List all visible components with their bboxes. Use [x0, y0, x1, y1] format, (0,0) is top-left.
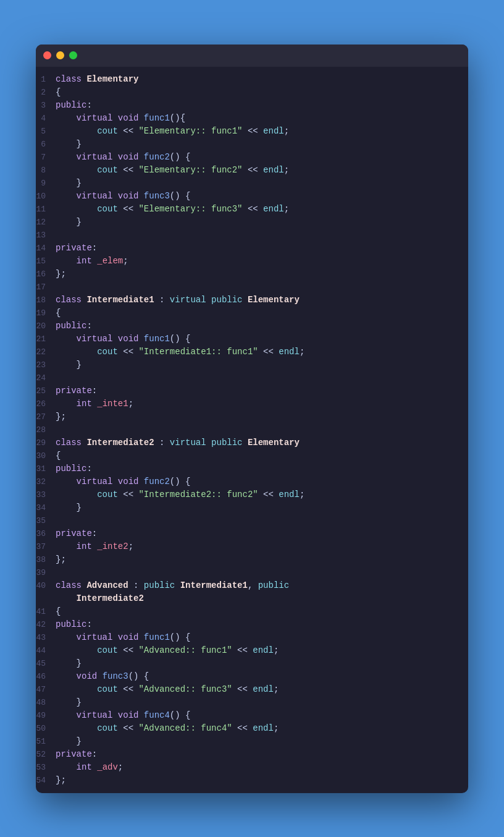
code-line: 8 cout << "Elementary:: func2" << endl;: [36, 164, 468, 177]
code-line: 18class Intermediate1 : virtual public E…: [36, 294, 468, 307]
titlebar: [36, 45, 468, 67]
code-line: 47 cout << "Advanced:: func3" << endl;: [36, 683, 468, 696]
code-line: 6 }: [36, 138, 468, 151]
code-line: 11 cout << "Elementary:: func3" << endl;: [36, 203, 468, 216]
code-line: 2{: [36, 86, 468, 99]
maximize-button[interactable]: [69, 51, 77, 59]
code-line: 27};: [36, 410, 468, 423]
code-line: 14private:: [36, 242, 468, 255]
minimize-button[interactable]: [56, 51, 64, 59]
code-line: 39: [36, 566, 468, 579]
code-line: 7 virtual void func2() {: [36, 151, 468, 164]
code-line: 38};: [36, 553, 468, 566]
code-line: 30{: [36, 449, 468, 462]
code-line: 37 int _inte2;: [36, 540, 468, 553]
code-line: 41{: [36, 605, 468, 618]
code-editor: 1class Elementary 2{ 3public: 4 virtual …: [36, 67, 468, 793]
close-button[interactable]: [43, 51, 51, 59]
code-line: 1class Elementary: [36, 73, 468, 86]
code-line: 10 virtual void func3() {: [36, 190, 468, 203]
code-line: 45 }: [36, 657, 468, 670]
code-line: 5 cout << "Elementary:: func1" << endl;: [36, 125, 468, 138]
code-line-continuation: Intermediate2: [36, 592, 468, 605]
code-line: 32 virtual void func2() {: [36, 475, 468, 488]
code-line: 20public:: [36, 320, 468, 333]
code-line: 48 }: [36, 696, 468, 709]
code-line: 4 virtual void func1(){: [36, 112, 468, 125]
code-line: 31public:: [36, 462, 468, 475]
code-line: 52private:: [36, 748, 468, 761]
code-line: 13: [36, 229, 468, 242]
code-line: 15 int _elem;: [36, 255, 468, 268]
code-line: 16};: [36, 268, 468, 281]
code-line: 53 int _adv;: [36, 761, 468, 774]
code-line: 35: [36, 514, 468, 527]
code-line: 49 virtual void func4() {: [36, 709, 468, 722]
code-line: 19{: [36, 307, 468, 320]
code-line: 24: [36, 372, 468, 385]
code-line: 43 virtual void func1() {: [36, 631, 468, 644]
code-line: 17: [36, 281, 468, 294]
code-line: 40class Advanced : public Intermediate1,…: [36, 579, 468, 592]
code-line: 29class Intermediate2 : virtual public E…: [36, 436, 468, 449]
code-line: 3public:: [36, 99, 468, 112]
code-window: 1class Elementary 2{ 3public: 4 virtual …: [36, 45, 468, 793]
code-line: 22 cout << "Intermediate1:: func1" << en…: [36, 346, 468, 359]
code-line: 21 virtual void func1() {: [36, 333, 468, 346]
code-line: 50 cout << "Advanced:: func4" << endl;: [36, 722, 468, 735]
code-line: 54};: [36, 774, 468, 787]
code-line: 12 }: [36, 216, 468, 229]
code-line: 44 cout << "Advanced:: func1" << endl;: [36, 644, 468, 657]
code-line: 9 }: [36, 177, 468, 190]
code-line: 42public:: [36, 618, 468, 631]
code-line: 46 void func3() {: [36, 670, 468, 683]
code-line: 51 }: [36, 735, 468, 748]
code-line: 33 cout << "Intermediate2:: func2" << en…: [36, 488, 468, 501]
code-line: 23 }: [36, 359, 468, 372]
code-line: 36private:: [36, 527, 468, 540]
code-line: 26 int _inte1;: [36, 397, 468, 410]
code-line: 25private:: [36, 385, 468, 397]
code-line: 34 }: [36, 501, 468, 514]
code-line: 28: [36, 423, 468, 436]
